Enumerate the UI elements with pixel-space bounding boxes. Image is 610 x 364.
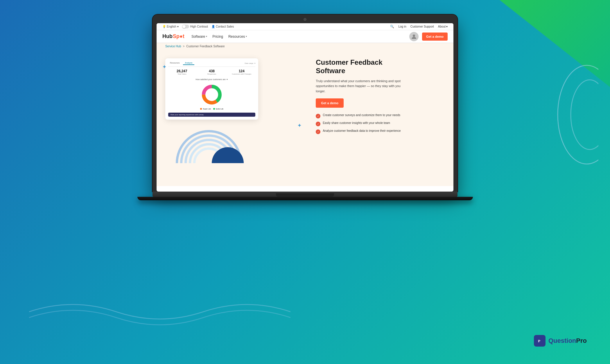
feature-item-2: ✓ Easily share customer insights with yo…	[316, 121, 445, 126]
mockup-date-filter: Date range ▾	[245, 61, 255, 65]
about-link[interactable]: About ▾	[438, 25, 448, 28]
feature-item-1: ✓ Create customer surveys and customize …	[316, 113, 445, 118]
chart-legend: Super Lab Quite Lab	[168, 108, 255, 110]
mockup-tab-resources[interactable]: Resources	[168, 61, 181, 65]
svg-point-7	[206, 89, 218, 100]
laptop-camera	[304, 18, 306, 21]
logo-spot: Sp●t	[173, 33, 184, 39]
breadcrumb-current-page: Customer Feedback Software	[186, 45, 225, 48]
stat-views-label: Total Views	[168, 73, 196, 75]
svg-point-0	[558, 65, 598, 164]
contrast-label: High Contrast	[190, 25, 208, 28]
mockup-stat-customers: 124 Customers with Changes	[228, 69, 255, 75]
hero-left: ✦ ✦ Resources Analysis Date range ▾	[165, 55, 307, 163]
logo-text-hub: Hub	[162, 33, 173, 39]
contact-sales-link[interactable]: 👤 Contact Sales	[211, 25, 234, 28]
laptop-foot	[137, 197, 473, 200]
questionpro-icon: P	[534, 335, 546, 347]
chart-area: How satisfied your customers are ✦	[168, 78, 255, 110]
resources-chevron-icon: ▾	[246, 35, 247, 38]
questionpro-label: QuestionPro	[548, 337, 587, 345]
right-curve-decoration	[540, 64, 598, 167]
login-link[interactable]: Log in	[398, 25, 406, 28]
stat-views-value: 26,247	[168, 69, 196, 73]
contact-sales-label: Contact Sales	[216, 25, 234, 28]
legend-label-1: Super Lab	[203, 108, 211, 110]
main-nav: HubSp●t Software ▾ Pricing Resource	[157, 30, 453, 43]
arch-decorations	[165, 117, 307, 163]
mockup-tab-analysis[interactable]: Analysis	[183, 61, 194, 65]
check-icon-2: ✓	[316, 122, 320, 126]
hero-description: Truly understand what your customers are…	[316, 79, 409, 94]
browser-content: 💡 English ▾ High Contrast 👤 Contact Sale…	[157, 23, 453, 192]
software-nav-item[interactable]: Software ▾	[191, 35, 207, 39]
mockup-bottom-bar: Rate your reporting experience with surv…	[168, 113, 255, 117]
check-icon-3: ✓	[316, 129, 320, 134]
utility-bar: 💡 English ▾ High Contrast 👤 Contact Sale…	[157, 23, 453, 30]
chart-label: How satisfied your customers are ✦	[168, 78, 255, 81]
nav-links: Software ▾ Pricing Resources ▾	[191, 35, 247, 39]
laptop-base-area	[152, 192, 458, 200]
breadcrumb: Service Hub > Customer Feedback Software	[157, 43, 453, 50]
about-chevron-icon: ▾	[446, 25, 448, 28]
feature-text-1: Create customer surveys and customize th…	[323, 113, 400, 117]
stat-customers-value: 124	[228, 69, 255, 73]
star-decoration-1: ✦	[162, 64, 166, 70]
feature-list: ✓ Create customer surveys and customize …	[316, 113, 445, 134]
legend-item-2: Quite Lab	[213, 108, 223, 110]
laptop-screen: 💡 English ▾ High Contrast 👤 Contact Sale…	[157, 23, 453, 192]
legend-dot-2	[213, 108, 215, 110]
donut-chart	[200, 83, 223, 106]
hubspot-logo[interactable]: HubSp●t	[162, 33, 184, 39]
laptop-base	[152, 192, 458, 197]
feature-text-3: Analyze customer feedback data to improv…	[323, 129, 401, 132]
nav-right: Get a demo	[409, 32, 448, 41]
nav-left: HubSp●t Software ▾ Pricing Resource	[162, 33, 247, 39]
contrast-toggle-pill[interactable]	[182, 25, 189, 28]
get-demo-nav-button[interactable]: Get a demo	[422, 33, 448, 41]
resources-label: Resources	[228, 35, 245, 39]
mockup-stats: 26,247 Total Views 438 Responses 124 Cus…	[168, 69, 255, 75]
questionpro-badge: P QuestionPro	[534, 335, 587, 347]
legend-item-1: Super Lab	[200, 108, 211, 110]
check-icon-1: ✓	[316, 114, 320, 118]
contrast-toggle[interactable]: High Contrast	[182, 25, 208, 28]
utility-left: 💡 English ▾ High Contrast 👤 Contact Sale…	[162, 25, 234, 28]
customer-support-link[interactable]: Customer Support	[410, 25, 434, 28]
pricing-nav-item[interactable]: Pricing	[212, 35, 223, 39]
arch-svg	[171, 117, 247, 163]
mockup-stat-responses: 438 Responses	[198, 69, 226, 75]
pricing-label: Pricing	[212, 35, 223, 39]
svg-point-1	[571, 80, 598, 149]
software-label: Software	[191, 35, 205, 39]
stat-customers-label: Customers with Changes	[228, 73, 255, 75]
laptop-container: 💡 English ▾ High Contrast 👤 Contact Sale…	[152, 15, 458, 200]
search-icon[interactable]: 🔍	[390, 25, 394, 28]
legend-label-2: Quite Lab	[216, 108, 223, 110]
legend-dot-1	[200, 108, 202, 110]
mockup-stat-views: 26,247 Total Views	[168, 69, 196, 75]
stat-responses-value: 438	[198, 69, 226, 73]
bg-triangle-decoration	[500, 0, 610, 87]
user-icon: 👤	[211, 25, 215, 28]
dashboard-mockup: Resources Analysis Date range ▾ 2	[165, 58, 258, 120]
breadcrumb-separator: >	[183, 45, 184, 48]
laptop-screen-outer: 💡 English ▾ High Contrast 👤 Contact Sale…	[152, 15, 458, 192]
svg-text:P: P	[538, 339, 540, 343]
hero-section: ✦ ✦ Resources Analysis Date range ▾	[157, 50, 453, 186]
language-chevron-icon: ▾	[177, 25, 179, 28]
hero-right: Customer FeedbackSoftware Truly understa…	[316, 55, 445, 134]
svg-point-2	[413, 35, 415, 37]
mockup-tabs: Resources Analysis Date range ▾	[168, 61, 255, 67]
avatar	[409, 32, 419, 41]
language-selector[interactable]: 💡 English ▾	[162, 25, 179, 28]
breadcrumb-parent-link[interactable]: Service Hub	[165, 45, 181, 48]
utility-right: 🔍 Log in Customer Support About ▾	[390, 25, 448, 28]
language-label: English	[167, 25, 176, 28]
bottom-squiggle-decoration	[29, 294, 494, 329]
feature-item-3: ✓ Analyze customer feedback data to impr…	[316, 129, 445, 134]
resources-nav-item[interactable]: Resources ▾	[228, 35, 247, 39]
hero-cta-button[interactable]: Get a demo	[316, 98, 344, 108]
software-chevron-icon: ▾	[206, 35, 207, 38]
hero-title: Customer FeedbackSoftware	[316, 58, 445, 75]
